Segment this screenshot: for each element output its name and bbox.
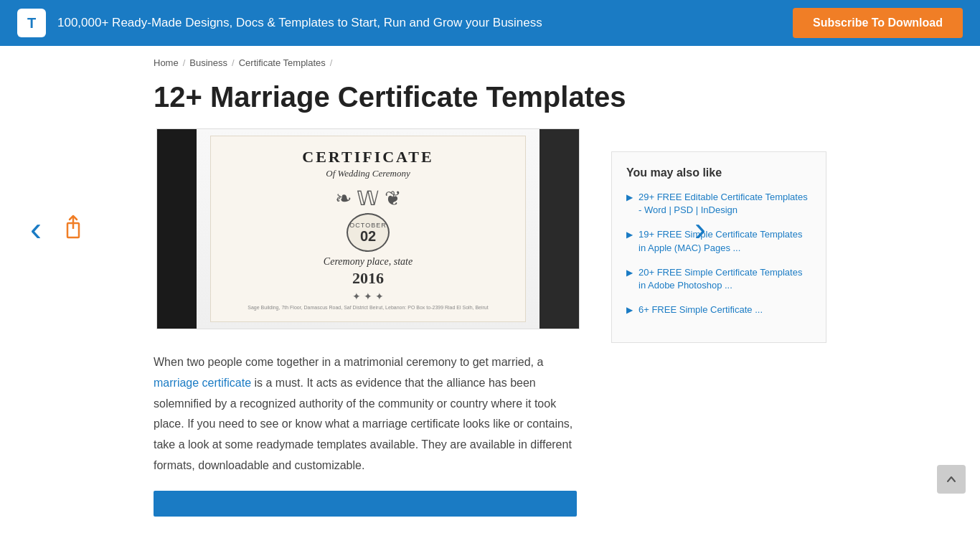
sidebar-link-2[interactable]: 19+ FREE Simple Certificate Templates in… <box>639 228 811 254</box>
header-left: T 100,000+ Ready-Made Designs, Docs & Te… <box>17 9 542 37</box>
chevron-right-icon: ▶ <box>626 192 633 202</box>
breadcrumb-business[interactable]: Business <box>189 57 227 68</box>
breadcrumb: Home / Business / Certificate Templates … <box>0 46 980 74</box>
cert-image-inner: CERTIFICATE Of Wedding Ceremony ❧ 𝕎 ❦ OC… <box>157 129 579 329</box>
cta-download-button[interactable] <box>154 491 577 517</box>
main-content: ‹ CERTIFICATE Of Wedding Ceremony <box>0 128 980 517</box>
page-title-area: 12+ Marriage Certificate Templates <box>0 74 980 128</box>
subscribe-button[interactable]: Subscribe To Download <box>793 8 963 38</box>
cert-main: CERTIFICATE Of Wedding Ceremony ❧ 𝕎 ❦ OC… <box>210 136 526 322</box>
site-logo: T <box>17 9 46 37</box>
list-item: ▶ 29+ FREE Editable Certificate Template… <box>626 191 811 217</box>
article-text-part2: is a must. It acts as evidence that the … <box>154 377 573 471</box>
cert-wreath-icon: ❧ 𝕎 ❦ <box>335 187 402 210</box>
list-item: ▶ 6+ FREE Simple Certificate ... <box>626 303 811 316</box>
marriage-certificate-link[interactable]: marriage certificate <box>154 377 251 389</box>
article-text: When two people come together in a matri… <box>154 352 583 476</box>
page-title: 12+ Marriage Certificate Templates <box>154 80 826 114</box>
sidebar-title: You may also like <box>626 166 811 179</box>
chevron-up-icon <box>946 474 957 485</box>
header-tagline: 100,000+ Ready-Made Designs, Docs & Temp… <box>57 16 542 30</box>
cert-day: 02 <box>360 229 376 243</box>
breadcrumb-sep-2: / <box>232 57 235 68</box>
cert-left-panel <box>157 129 197 329</box>
sidebar-link-1[interactable]: 29+ FREE Editable Certificate Templates … <box>639 191 811 217</box>
cert-right-panel <box>540 129 579 329</box>
left-column: ‹ CERTIFICATE Of Wedding Ceremony <box>154 128 583 517</box>
article-text-part1: When two people come together in a matri… <box>154 356 543 368</box>
sidebar-box: You may also like ▶ 29+ FREE Editable Ce… <box>611 151 826 343</box>
sidebar-link-3[interactable]: 20+ FREE Simple Certificate Templates in… <box>639 266 811 292</box>
breadcrumb-current[interactable]: Certificate Templates <box>239 57 326 68</box>
cert-place: Ceremony place, state <box>324 256 413 268</box>
scroll-to-top-button[interactable] <box>937 465 966 494</box>
cert-year: 2016 <box>352 269 384 288</box>
cert-date-circle: OCTOBER 02 <box>347 213 390 252</box>
list-item: ▶ 19+ FREE Simple Certificate Templates … <box>626 228 811 254</box>
chevron-right-icon: ▶ <box>626 230 633 240</box>
right-sidebar: You may also like ▶ 29+ FREE Editable Ce… <box>611 128 826 517</box>
breadcrumb-sep-1: / <box>183 57 186 68</box>
cert-title: CERTIFICATE <box>302 148 433 166</box>
chevron-right-icon: ▶ <box>626 305 633 315</box>
carousel-next-button[interactable]: › <box>689 206 712 252</box>
sidebar-link-4[interactable]: 6+ FREE Simple Certificate ... <box>639 303 763 316</box>
breadcrumb-home[interactable]: Home <box>154 57 179 68</box>
certificate-preview-image: CERTIFICATE Of Wedding Ceremony ❧ 𝕎 ❦ OC… <box>156 128 580 329</box>
cert-decorative: ✦ ✦ ✦ <box>352 291 384 302</box>
carousel-container: ‹ CERTIFICATE Of Wedding Ceremony <box>154 128 583 329</box>
carousel-prev-button[interactable]: ‹ <box>24 206 47 252</box>
share-icon-btn[interactable] <box>60 213 86 245</box>
cert-address: Sage Building, 7th Floor, Damascus Road,… <box>248 305 488 310</box>
list-item: ▶ 20+ FREE Simple Certificate Templates … <box>626 266 811 292</box>
breadcrumb-sep-3: / <box>330 57 333 68</box>
cert-subtitle: Of Wedding Ceremony <box>326 168 410 179</box>
chevron-right-icon: ▶ <box>626 268 633 278</box>
site-header: T 100,000+ Ready-Made Designs, Docs & Te… <box>0 0 980 46</box>
